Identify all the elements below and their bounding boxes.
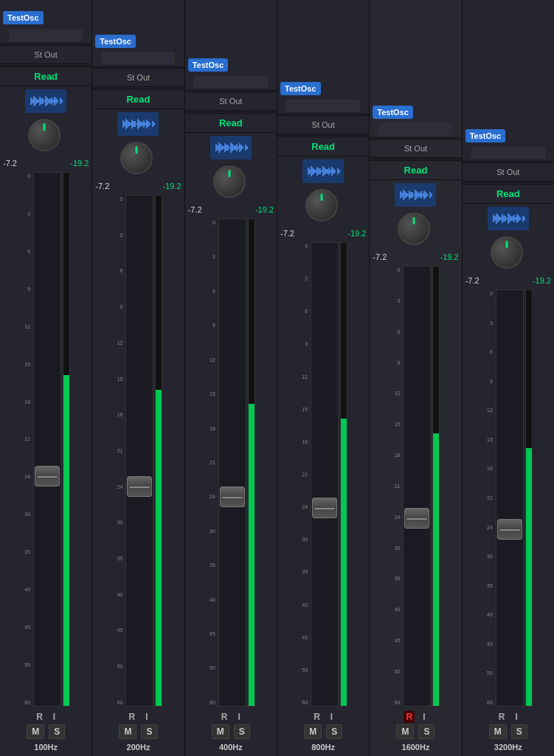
channel-name-ch3: 400Hz	[188, 740, 274, 755]
fader-track-ch1[interactable]	[33, 172, 61, 707]
channel-ch6: TestOscSt OutRead-7.2-19.203691215182124…	[463, 0, 554, 756]
waveform-icon-ch2[interactable]	[117, 112, 159, 136]
plugin-slot-ch1: TestOsc	[0, 0, 91, 28]
record-button-ch1[interactable]: R	[34, 711, 45, 723]
output-label-ch1[interactable]: St Out	[3, 47, 89, 62]
divider	[370, 159, 461, 159]
solo-button-ch4[interactable]: S	[326, 724, 342, 739]
record-button-ch5[interactable]: R	[404, 711, 415, 723]
mute-button-ch4[interactable]: M	[304, 724, 322, 739]
read-button-ch1[interactable]: Read	[0, 66, 91, 86]
waveform-icon-ch6[interactable]	[488, 207, 529, 230]
waveform-icon-ch1[interactable]	[25, 89, 66, 113]
plugin-button-ch2[interactable]: TestOsc	[95, 35, 136, 48]
solo-button-ch3[interactable]: S	[234, 724, 250, 739]
solo-button-ch1[interactable]: S	[49, 724, 65, 739]
empty-insert-ch4	[286, 100, 359, 111]
output-label-ch4[interactable]: St Out	[280, 117, 366, 132]
plugin-button-ch5[interactable]: TestOsc	[373, 106, 413, 119]
waveform-icon-ch4[interactable]	[302, 159, 344, 183]
level-display-ch5: -7.2-19.2	[370, 251, 461, 263]
level-left-ch2: -7.2	[95, 182, 109, 190]
vu-fill-ch2	[156, 390, 162, 706]
empty-insert-ch6	[471, 147, 544, 159]
mute-button-ch3[interactable]: M	[212, 724, 229, 739]
vu-bar-ch3	[248, 219, 255, 707]
pan-knob-ch1[interactable]	[28, 119, 63, 154]
input-button-ch1[interactable]: I	[51, 711, 58, 723]
solo-button-ch2[interactable]: S	[141, 724, 157, 739]
fader-track-ch4[interactable]	[311, 242, 339, 707]
fader-handle-ch1[interactable]	[35, 466, 60, 487]
read-button-ch4[interactable]: Read	[277, 137, 369, 157]
input-button-ch4[interactable]: I	[328, 711, 335, 723]
fader-handle-ch6[interactable]	[497, 519, 522, 540]
plugin-button-ch4[interactable]: TestOsc	[280, 82, 321, 95]
fader-handle-ch2[interactable]	[127, 476, 152, 497]
level-right-ch4: -19.2	[347, 229, 366, 238]
read-button-ch5[interactable]: Read	[370, 160, 461, 180]
vu-scale-ch6: 03691215182124303540455060	[484, 289, 494, 707]
input-button-ch3[interactable]: I	[235, 711, 242, 723]
mixer: TestOscSt OutRead-7.2-19.203691215182124…	[0, 0, 554, 756]
vu-bar-ch5	[432, 266, 440, 707]
waveform-icon-ch5[interactable]	[395, 183, 436, 207]
divider	[277, 135, 369, 136]
divider	[463, 161, 554, 162]
record-button-ch6[interactable]: R	[496, 711, 508, 723]
fader-track-ch6[interactable]	[496, 289, 524, 707]
fader-handle-ch5[interactable]	[404, 508, 429, 529]
pan-knob-ch3[interactable]	[213, 165, 249, 201]
solo-button-ch5[interactable]: S	[418, 724, 434, 739]
level-display-ch3: -7.2-19.2	[185, 204, 277, 216]
fader-handle-ch3[interactable]	[220, 487, 245, 507]
input-button-ch6[interactable]: I	[513, 711, 519, 723]
ms-row-ch6: MS	[465, 724, 551, 739]
pan-knob-ch4[interactable]	[305, 189, 341, 224]
record-button-ch3[interactable]: R	[219, 711, 230, 723]
fader-track-ch2[interactable]	[125, 195, 153, 707]
fader-track-ch3[interactable]	[218, 219, 246, 707]
solo-button-ch6[interactable]: S	[511, 724, 527, 739]
fader-section-ch6: 03691215182124303540455060	[463, 286, 554, 709]
record-button-ch2[interactable]: R	[126, 711, 137, 723]
fader-section-ch3: 03691215182124303540455060	[185, 216, 277, 709]
mute-button-ch2[interactable]: M	[119, 724, 136, 739]
output-label-ch3[interactable]: St Out	[188, 94, 274, 109]
level-right-ch5: -19.2	[440, 252, 459, 261]
mute-button-ch5[interactable]: M	[396, 724, 414, 739]
pan-knob-ch6[interactable]	[491, 236, 526, 272]
plugin-button-ch3[interactable]: TestOsc	[188, 58, 229, 72]
output-label-ch5[interactable]: St Out	[373, 141, 458, 156]
divider	[463, 182, 554, 183]
mute-button-ch6[interactable]: M	[489, 724, 507, 739]
mute-button-ch1[interactable]: M	[27, 724, 44, 739]
input-button-ch5[interactable]: I	[420, 711, 427, 723]
plugin-button-ch1[interactable]: TestOsc	[3, 11, 44, 24]
vu-bar-ch2	[155, 195, 162, 707]
read-button-ch2[interactable]: Read	[92, 89, 184, 109]
output-label-ch2[interactable]: St Out	[95, 70, 181, 85]
bottom-controls-ch3: RIMS400Hz	[185, 709, 277, 756]
pan-knob-ch2[interactable]	[120, 142, 156, 177]
waveform-icon-ch3[interactable]	[210, 136, 252, 159]
channel-ch3: TestOscSt OutRead-7.2-19.203691215182124…	[185, 0, 277, 756]
ms-row-ch3: MS	[188, 724, 274, 739]
channel-ch2: TestOscSt OutRead-7.2-19.203691215182124…	[92, 0, 184, 756]
output-label-ch6[interactable]: St Out	[465, 165, 551, 179]
read-button-ch3[interactable]: Read	[185, 113, 277, 133]
bottom-controls-ch1: RIMS100Hz	[0, 709, 91, 756]
input-button-ch2[interactable]: I	[143, 711, 150, 723]
fader-handle-ch4[interactable]	[312, 498, 337, 518]
level-display-ch4: -7.2-19.2	[277, 227, 369, 239]
record-button-ch4[interactable]: R	[311, 711, 322, 723]
pan-knob-ch5[interactable]	[398, 213, 433, 248]
vu-fill-ch4	[341, 419, 347, 706]
channel-name-ch5: 1600Hz	[373, 740, 458, 755]
fader-track-ch5[interactable]	[403, 266, 431, 707]
level-left-ch4: -7.2	[280, 229, 294, 238]
read-button-ch6[interactable]: Read	[463, 184, 554, 204]
plugin-button-ch6[interactable]: TestOsc	[465, 129, 506, 142]
divider	[185, 90, 277, 91]
vu-scale-ch5: 03691215182124303540455060	[391, 266, 401, 707]
